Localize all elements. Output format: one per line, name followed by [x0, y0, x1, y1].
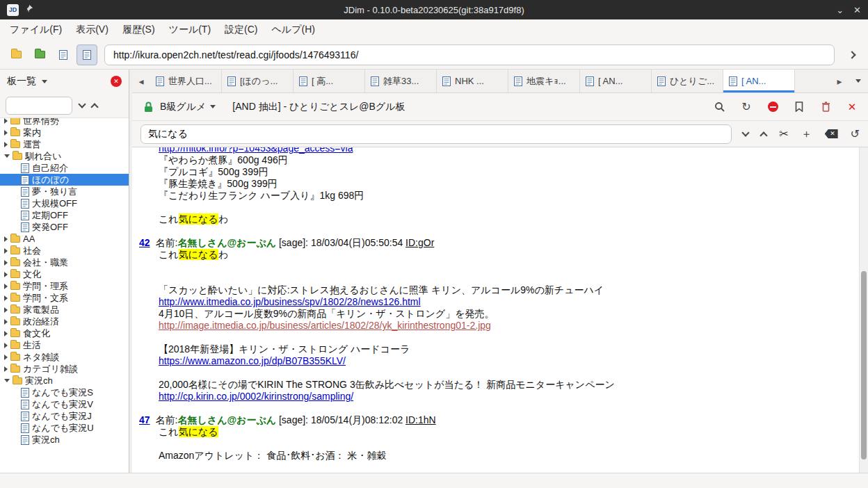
category-item[interactable]: AA — [0, 233, 129, 245]
post-number[interactable]: 47 — [139, 414, 150, 426]
link[interactable]: https://www.amazon.co.jp/dp/B07B355KLV/ — [159, 355, 346, 366]
link[interactable]: http://www.itmedia.co.jp/business/spv/18… — [159, 296, 421, 307]
search-down-button[interactable] — [78, 100, 86, 108]
board-item[interactable]: ほのぼの — [0, 174, 129, 186]
thread-tab[interactable]: [ほのっ... — [222, 70, 294, 92]
sidebar-dropdown-icon[interactable] — [42, 80, 47, 83]
category-item[interactable]: 政治経済 — [0, 316, 129, 327]
extract-keyword-input[interactable] — [140, 124, 732, 144]
sidebar-close-button[interactable]: ✕ — [111, 76, 122, 87]
expander-icon[interactable] — [4, 284, 8, 289]
expander-icon[interactable] — [4, 236, 8, 242]
expander-icon[interactable] — [4, 154, 10, 158]
category-item[interactable]: 運営 — [0, 138, 129, 150]
category-item[interactable]: 社会 — [0, 245, 129, 257]
board-item[interactable]: なんでも実況U — [0, 422, 129, 434]
board-item[interactable]: 突発OFF — [0, 221, 129, 233]
undo-button[interactable]: ↺ — [851, 129, 860, 140]
board-item[interactable]: 夢・独り言 — [0, 186, 129, 197]
url-open-button[interactable] — [842, 44, 862, 65]
thread-tab[interactable]: [ 高... — [294, 70, 365, 92]
visited-link[interactable]: http://image.itmedia.co.jp/business/arti… — [159, 320, 491, 331]
sidebar-search-input[interactable] — [6, 97, 72, 115]
pin-icon[interactable] — [24, 4, 33, 15]
expander-icon[interactable] — [4, 366, 8, 372]
thread-tab[interactable]: 雑草33... — [365, 70, 437, 92]
board-selector[interactable]: B級グルメ — [160, 101, 216, 113]
add-keyword-button[interactable]: ＋ — [801, 129, 812, 140]
board-item[interactable]: なんでも実況J — [0, 410, 129, 422]
category-item[interactable]: 馴れ合い — [0, 150, 129, 162]
menu-item[interactable]: ファイル(F) — [3, 21, 69, 39]
board-item[interactable]: なんでも実況S — [0, 387, 129, 398]
filter-down-button[interactable] — [743, 133, 748, 136]
menu-item[interactable]: ツール(T) — [162, 21, 218, 39]
link[interactable]: http://cp.kirin.co.jp/0002/kirinstrong/s… — [159, 391, 353, 402]
board-item[interactable]: 大規模OFF — [0, 197, 129, 209]
expander-icon[interactable] — [4, 319, 8, 325]
expander-icon[interactable] — [4, 260, 8, 266]
post-number[interactable]: 42 — [139, 237, 150, 249]
menu-item[interactable]: 表示(V) — [69, 21, 115, 39]
link[interactable]: http://mitok.info/?p=10453&page_access=v… — [159, 147, 353, 154]
board-item[interactable]: なんでも実況V — [0, 398, 129, 410]
board-list-button[interactable] — [6, 44, 26, 65]
expander-icon[interactable] — [4, 379, 10, 382]
minimize-button[interactable]: ⌄ — [836, 6, 844, 15]
close-tab-button[interactable]: ✕ — [846, 101, 858, 113]
thread-tab[interactable]: NHK ... — [437, 70, 508, 92]
board-view-button[interactable] — [53, 44, 74, 65]
tab-scroll-left-button[interactable]: ◂ — [132, 70, 150, 92]
category-item[interactable]: 学問・理系 — [0, 280, 129, 292]
category-item[interactable]: 実況ch — [0, 375, 129, 387]
reload-button[interactable]: ↻ — [740, 101, 753, 113]
search-button[interactable] — [714, 101, 726, 113]
category-item[interactable]: 食文化 — [0, 327, 129, 339]
favorites-button[interactable] — [29, 44, 50, 65]
board-item[interactable]: 定期OFF — [0, 209, 129, 221]
thread-tab[interactable]: ひとりご... — [652, 70, 723, 92]
expander-icon[interactable] — [4, 248, 8, 254]
category-item[interactable]: 文化 — [0, 268, 129, 280]
expander-icon[interactable] — [4, 343, 8, 348]
menu-item[interactable]: ヘルプ(H) — [265, 21, 322, 39]
thread-tab[interactable]: 世界人口... — [150, 70, 222, 92]
expander-icon[interactable] — [4, 331, 8, 336]
expander-icon[interactable] — [4, 142, 8, 147]
extract-button[interactable]: ✂ — [779, 129, 788, 140]
category-item[interactable]: 会社・職業 — [0, 257, 129, 268]
tab-list-dropdown-button[interactable] — [849, 70, 868, 92]
category-item[interactable]: 生活 — [0, 339, 129, 351]
menu-item[interactable]: 履歴(S) — [115, 21, 162, 39]
clear-keyword-button[interactable]: ✕ — [825, 129, 838, 138]
tab-scroll-right-button[interactable]: ▸ — [830, 70, 849, 92]
category-item[interactable]: 学問・文系 — [0, 292, 129, 304]
url-input[interactable] — [104, 44, 835, 65]
category-item[interactable]: 家電製品 — [0, 304, 129, 316]
thread-tab[interactable]: 地震キｮ... — [508, 70, 580, 92]
category-item[interactable]: 世界情勢 — [0, 118, 129, 127]
expander-icon[interactable] — [4, 272, 8, 277]
delete-button[interactable] — [819, 101, 832, 113]
thread-tab[interactable]: [ AN... — [580, 70, 652, 92]
category-item[interactable]: カテゴリ雑談 — [0, 363, 129, 375]
filter-up-button[interactable] — [761, 130, 766, 138]
menu-item[interactable]: 設定(C) — [218, 21, 264, 39]
bookmark-button[interactable] — [793, 101, 805, 113]
expander-icon[interactable] — [4, 355, 8, 360]
expander-icon[interactable] — [4, 295, 8, 301]
category-item[interactable]: 案内 — [0, 127, 129, 138]
close-button[interactable]: ✕ — [853, 6, 861, 15]
search-up-button[interactable] — [90, 103, 98, 111]
category-item[interactable]: ネタ雑談 — [0, 351, 129, 363]
thread-view-button[interactable] — [77, 44, 97, 65]
thread-tab[interactable]: [ AN... — [723, 70, 795, 92]
expander-icon[interactable] — [4, 118, 8, 124]
vertical-scrollbar[interactable] — [859, 147, 868, 473]
board-item[interactable]: 実況ch — [0, 434, 129, 446]
expander-icon[interactable] — [4, 307, 8, 313]
scrollbar-thumb[interactable] — [861, 271, 867, 459]
board-item[interactable]: 自己紹介 — [0, 162, 129, 174]
expander-icon[interactable] — [4, 130, 8, 136]
stop-button[interactable] — [766, 101, 779, 113]
